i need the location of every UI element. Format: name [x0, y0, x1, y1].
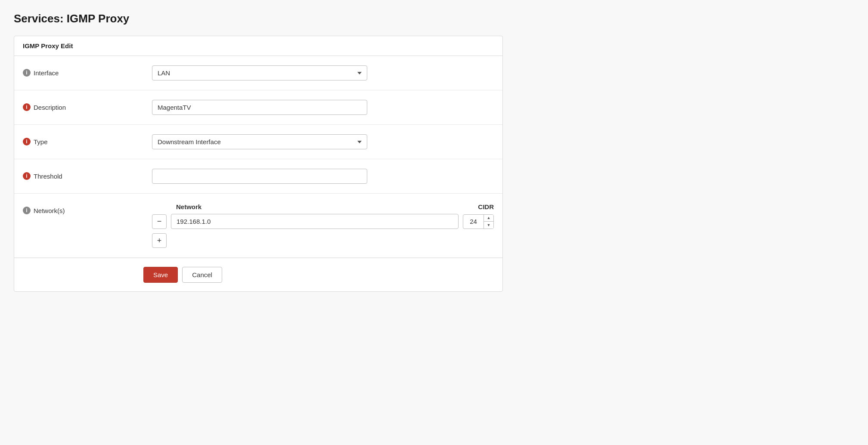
interface-select[interactable]: LAN WAN OPT1 OPT2 — [152, 65, 367, 80]
type-row: i Type Downstream Interface Upstream Int… — [14, 125, 502, 159]
type-label-text: Type — [34, 138, 48, 145]
interface-label-text: Interface — [34, 69, 59, 77]
cidr-down-button[interactable]: ▼ — [484, 222, 493, 229]
col-network-header: Network — [176, 203, 459, 210]
interface-field: LAN WAN OPT1 OPT2 — [152, 65, 494, 80]
type-select[interactable]: Downstream Interface Upstream Interface — [152, 134, 367, 149]
form-footer: Save Cancel — [14, 258, 502, 291]
card-header-title: IGMP Proxy Edit — [23, 42, 73, 49]
threshold-info-icon: i — [23, 172, 31, 180]
networks-field: Network CIDR − 24 ▲ ▼ — [152, 203, 494, 248]
type-label: i Type — [23, 134, 152, 145]
description-field — [152, 100, 494, 115]
add-network-button[interactable]: + — [152, 233, 167, 248]
description-label: i Description — [23, 100, 152, 111]
networks-row: i Network(s) Network CIDR − 24 — [14, 194, 502, 258]
network-row: − 24 ▲ ▼ — [152, 214, 494, 229]
threshold-field — [152, 169, 494, 184]
description-input[interactable] — [152, 100, 367, 115]
description-label-text: Description — [34, 104, 66, 111]
remove-network-button[interactable]: − — [152, 214, 167, 229]
networks-label: i Network(s) — [23, 203, 152, 214]
networks-header: Network CIDR — [152, 203, 494, 210]
interface-row: i Interface LAN WAN OPT1 OPT2 — [14, 56, 502, 90]
network-ip-input[interactable] — [171, 214, 459, 229]
threshold-label: i Threshold — [23, 169, 152, 180]
cidr-value: 24 — [463, 218, 484, 225]
networks-label-text: Network(s) — [34, 207, 65, 214]
type-field: Downstream Interface Upstream Interface — [152, 134, 494, 149]
cidr-stepper: 24 ▲ ▼ — [463, 214, 494, 229]
cancel-button[interactable]: Cancel — [182, 267, 222, 283]
igmp-proxy-edit-card: IGMP Proxy Edit i Interface LAN WAN OPT1… — [14, 36, 503, 292]
networks-table: Network CIDR − 24 ▲ ▼ — [152, 203, 494, 248]
cidr-up-button[interactable]: ▲ — [484, 215, 493, 222]
description-info-icon: i — [23, 103, 31, 111]
add-network-row: + — [152, 233, 494, 248]
interface-info-icon: i — [23, 69, 31, 77]
cidr-arrows: ▲ ▼ — [484, 215, 493, 229]
threshold-input[interactable] — [152, 169, 367, 184]
page-title: Services: IGMP Proxy — [14, 12, 503, 25]
threshold-row: i Threshold — [14, 159, 502, 194]
networks-info-icon: i — [23, 207, 31, 214]
save-button[interactable]: Save — [143, 267, 178, 283]
col-cidr-header: CIDR — [459, 203, 494, 210]
threshold-label-text: Threshold — [34, 173, 62, 180]
description-row: i Description — [14, 90, 502, 125]
interface-label: i Interface — [23, 65, 152, 77]
card-header: IGMP Proxy Edit — [14, 36, 502, 56]
type-info-icon: i — [23, 138, 31, 145]
